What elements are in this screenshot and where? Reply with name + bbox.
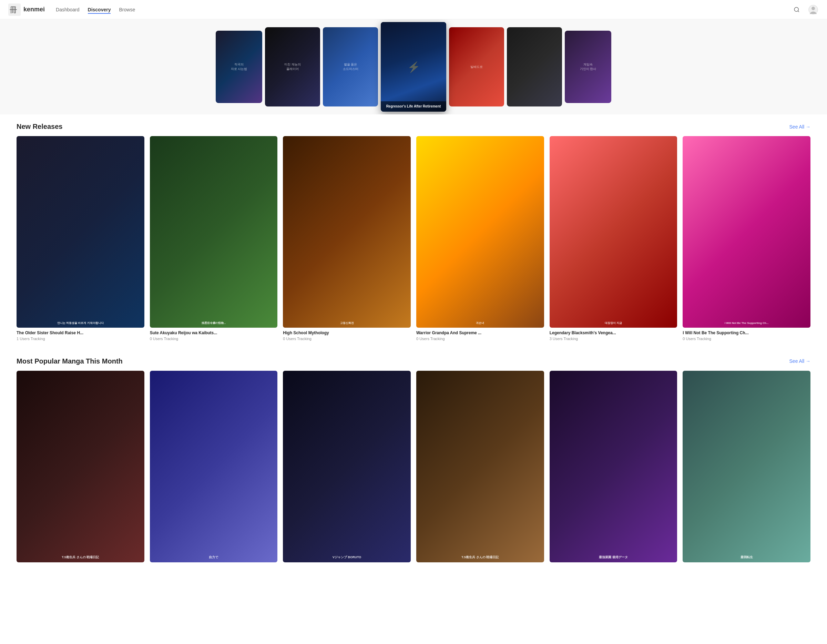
logo-text: kenmei	[23, 6, 45, 13]
new-release-card-3[interactable]: 귀손녀 Warrior Grandpa And Supreme ... 0 Us…	[416, 136, 544, 341]
manga-title: Warrior Grandpa And Supreme ...	[416, 331, 544, 336]
popular-cover: Vジャンプ BORUTO	[283, 371, 411, 562]
most-popular-title: Most Popular Manga This Month	[17, 357, 123, 365]
manga-title: I Will Not Be The Supporting Ch...	[683, 331, 810, 336]
svg-line-3	[798, 11, 799, 12]
popular-cover: 最強菜園 栽培データ	[549, 371, 677, 562]
popular-card-0[interactable]: T.S衛生兵 さんの 戦場日記	[17, 371, 144, 562]
most-popular-see-all[interactable]: See All →	[790, 359, 810, 364]
hero-card-3[interactable]: Regressor's Life After Retirement ⚡	[381, 22, 446, 112]
new-releases-see-all[interactable]: See All →	[790, 124, 810, 129]
manga-title: Legendary Blacksmith's Vengea...	[549, 331, 677, 336]
popular-card-2[interactable]: Vジャンプ BORUTO	[283, 371, 411, 562]
new-releases-section: New Releases See All → 언니는 허동생을 바르게 키워야합…	[0, 114, 827, 349]
nav-browse[interactable]: Browse	[119, 6, 135, 14]
profile-button[interactable]	[808, 4, 819, 15]
manga-title: Sute Akuyaku Reijou wa Kaibuts...	[150, 331, 278, 336]
manga-tracking: 3 Users Tracking	[549, 337, 677, 341]
nav-actions	[791, 4, 819, 15]
hero-card-4[interactable]: 빌배드로	[449, 27, 504, 106]
popular-cover: 最弱転生	[683, 371, 810, 562]
svg-point-5	[811, 6, 815, 10]
hero-track: 적국의자로 사는법 미친 재능의플레이어 별을 품은소드마스터 Regresso…	[216, 22, 611, 112]
new-releases-grid: 언니는 허동생을 바르게 키워야합니다 The Older Sister Sho…	[17, 136, 810, 341]
manga-tracking: 0 Users Tracking	[283, 337, 411, 341]
manga-cover: 捨悪役令嬢の怪物...	[150, 136, 278, 328]
new-release-card-0[interactable]: 언니는 허동생을 바르게 키워야합니다 The Older Sister Sho…	[17, 136, 144, 341]
nav-discovery[interactable]: Discovery	[88, 6, 111, 14]
manga-cover: I Will Not Be The Supporting Ch...	[683, 136, 810, 328]
most-popular-grid: T.S衛生兵 さんの 戦場日記 自力で Vジャンプ BORUTO T.S衛生兵 …	[17, 371, 810, 562]
manga-tracking: 0 Users Tracking	[150, 337, 278, 341]
manga-tracking: 0 Users Tracking	[683, 337, 810, 341]
logo-icon: 冊	[8, 3, 21, 16]
popular-cover: T.S衛生兵 さんの 戦場日記	[416, 371, 544, 562]
popular-card-1[interactable]: 自力で	[150, 371, 278, 562]
popular-card-3[interactable]: T.S衛生兵 さんの 戦場日記	[416, 371, 544, 562]
manga-cover: 고등신화전	[283, 136, 411, 328]
new-releases-title: New Releases	[17, 123, 62, 131]
new-releases-header: New Releases See All →	[17, 123, 810, 131]
navbar: 冊 kenmei Dashboard Discovery Browse	[0, 0, 827, 19]
new-release-card-5[interactable]: I Will Not Be The Supporting Ch... I Wil…	[683, 136, 810, 341]
manga-cover: 대장장이 지금	[549, 136, 677, 328]
new-release-card-4[interactable]: 대장장이 지금 Legendary Blacksmith's Vengea...…	[549, 136, 677, 341]
most-popular-section: Most Popular Manga This Month See All → …	[0, 349, 827, 571]
user-icon	[808, 5, 818, 14]
hero-card-6[interactable]: 게임속기인이 한사	[565, 31, 611, 103]
hero-card-5[interactable]	[507, 27, 562, 106]
svg-point-2	[794, 7, 798, 11]
hero-card-2[interactable]: 별을 품은소드마스터	[323, 27, 378, 106]
logo[interactable]: 冊 kenmei	[8, 3, 45, 16]
manga-cover: 언니는 허동생을 바르게 키워야합니다	[17, 136, 144, 328]
most-popular-header: Most Popular Manga This Month See All →	[17, 357, 810, 365]
hero-active-label: Regressor's Life After Retirement	[384, 104, 443, 109]
popular-cover: 自力で	[150, 371, 278, 562]
manga-tracking: 0 Users Tracking	[416, 337, 544, 341]
hero-card-0[interactable]: 적국의자로 사는법	[216, 31, 262, 103]
popular-cover: T.S衛生兵 さんの 戦場日記	[17, 371, 144, 562]
new-release-card-2[interactable]: 고등신화전 High School Mythology 0 Users Trac…	[283, 136, 411, 341]
search-button[interactable]	[791, 4, 802, 15]
hero-carousel: 적국의자로 사는법 미친 재능의플레이어 별을 품은소드마스터 Regresso…	[0, 19, 827, 114]
popular-card-4[interactable]: 最強菜園 栽培データ	[549, 371, 677, 562]
new-release-card-1[interactable]: 捨悪役令嬢の怪物... Sute Akuyaku Reijou wa Kaibu…	[150, 136, 278, 341]
popular-card-5[interactable]: 最弱転生	[683, 371, 810, 562]
nav-links: Dashboard Discovery Browse	[56, 6, 791, 14]
svg-text:冊: 冊	[9, 6, 17, 14]
manga-cover: 귀손녀	[416, 136, 544, 328]
search-icon	[794, 6, 800, 13]
nav-dashboard[interactable]: Dashboard	[56, 6, 80, 14]
manga-title: The Older Sister Should Raise H...	[17, 331, 144, 336]
manga-tracking: 1 Users Tracking	[17, 337, 144, 341]
manga-title: High School Mythology	[283, 331, 411, 336]
hero-card-1[interactable]: 미친 재능의플레이어	[265, 27, 320, 106]
